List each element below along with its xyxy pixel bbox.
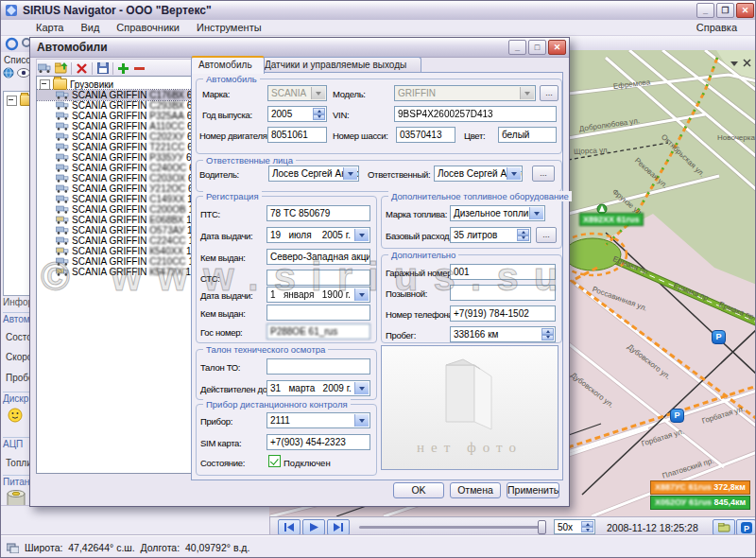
tree-item-label: SCANIA GRIFFIN С202ХУ 61rus bbox=[72, 131, 193, 142]
refresh-icon[interactable] bbox=[5, 37, 19, 51]
callsign-field[interactable] bbox=[450, 285, 556, 301]
tree-item-vehicle[interactable]: SCANIA GRIFFIN С176ВХ 61rus bbox=[37, 90, 192, 100]
dialog-maximize-button[interactable]: □ bbox=[528, 40, 546, 55]
menu-directories[interactable]: Справочники bbox=[108, 21, 188, 34]
persons-more-button[interactable]: ... bbox=[532, 166, 555, 182]
tree-item-vehicle[interactable]: SCANIA GRIFFIN Р325АА 61rus bbox=[37, 111, 192, 121]
tree-item-vehicle[interactable]: SCANIA GRIFFIN Р335УУ 61rus bbox=[37, 152, 192, 163]
tree-item-vehicle[interactable]: SCANIA GRIFFIN К547УХ 161rus bbox=[37, 267, 192, 277]
delete-icon[interactable] bbox=[74, 61, 90, 76]
engine-number-field[interactable]: 8051061 bbox=[267, 127, 327, 143]
inspection-ticket-field[interactable] bbox=[266, 358, 370, 375]
menu-tools[interactable]: Инструменты bbox=[188, 21, 270, 34]
sts-label: СТС: bbox=[200, 273, 220, 284]
fuel-brand-select[interactable]: Дизельное топливо bbox=[450, 205, 545, 221]
tree-item-label: SCANIA GRIFFIN О573АУ 161rus bbox=[72, 225, 193, 235]
tree-item-vehicle[interactable]: SCANIA GRIFFIN С149ХХ 161rus bbox=[37, 194, 192, 204]
play-button[interactable] bbox=[302, 519, 325, 535]
tree-item-vehicle[interactable]: SCANIA GRIFFIN С240ОС 61rus bbox=[37, 163, 192, 173]
remove-icon[interactable] bbox=[131, 61, 147, 76]
minimize-button[interactable]: _ bbox=[696, 3, 714, 18]
device-select[interactable]: 2111 bbox=[266, 412, 370, 428]
status-coordinates: Широта: 47,42644° с.ш. Долгота: 40,09792… bbox=[25, 542, 249, 553]
mileage-stepper[interactable]: 338166 км bbox=[450, 326, 556, 342]
map-collapse-icon[interactable] bbox=[730, 60, 739, 67]
eye-icon[interactable] bbox=[17, 68, 30, 78]
tree-item-vehicle[interactable]: SCANIA GRIFFIN Т221СС 61rus bbox=[37, 142, 192, 152]
pts-field[interactable]: 78 ТС 850679 bbox=[266, 205, 370, 221]
tree-item-vehicle[interactable]: SCANIA GRIFFIN У212ОС 61rus bbox=[37, 183, 192, 194]
vehicle-map-label[interactable]: Х892ХХ 61rus bbox=[579, 213, 644, 226]
plate-field[interactable]: Р288ОЕ 61_rus bbox=[266, 323, 370, 340]
speed-stepper[interactable]: 50x bbox=[554, 519, 595, 534]
globe-icon[interactable] bbox=[3, 67, 14, 78]
tree-root[interactable]: Грузовики bbox=[37, 78, 192, 90]
connected-checkbox[interactable] bbox=[268, 455, 281, 467]
tree-item-vehicle[interactable]: SCANIA GRIFFIN Е068ВХ 161rus bbox=[37, 215, 192, 225]
skip-forward-button[interactable] bbox=[327, 519, 350, 535]
valid-until-select[interactable]: 31 марта 2009 г. bbox=[266, 380, 370, 396]
issued-by2-field[interactable] bbox=[266, 305, 370, 321]
tree-item-vehicle[interactable]: SCANIA GRIFFIN А110СС 61rus bbox=[37, 121, 192, 131]
menu-map[interactable]: Карта bbox=[27, 21, 72, 34]
collapse-icon[interactable] bbox=[7, 96, 17, 106]
track-label-green[interactable]: Х052ОУ 61rus 845,4км bbox=[650, 496, 750, 510]
base-rate-stepper[interactable]: 35 литров bbox=[450, 227, 531, 243]
tree-item-vehicle[interactable]: SCANIA GRIFFIN С293ВХ 61rus bbox=[37, 100, 192, 111]
issue-date-select[interactable]: 19 июля 2005 г. bbox=[266, 227, 370, 243]
track-label-orange[interactable]: Х887УС 61rus 372,8км bbox=[650, 480, 750, 495]
tree-item-vehicle[interactable]: SCANIA GRIFFIN К540ХХ 161rus bbox=[37, 246, 192, 256]
tab-sensors[interactable]: Датчики и управляемые выходы bbox=[257, 57, 421, 73]
vin-field[interactable]: 9BSP4X2600257D413 bbox=[394, 106, 557, 122]
sts-field[interactable] bbox=[266, 270, 370, 286]
garage-number-field[interactable]: 001 bbox=[450, 264, 556, 280]
chassis-number-field[interactable]: 03570413 bbox=[396, 127, 455, 143]
dialog-close-button[interactable]: ✕ bbox=[548, 40, 566, 55]
folder-up-icon[interactable] bbox=[53, 61, 69, 76]
fuel-more-button[interactable]: ... bbox=[536, 227, 557, 243]
restore-button[interactable]: ❐ bbox=[716, 3, 734, 18]
dialog-minimize-button[interactable]: _ bbox=[508, 40, 526, 55]
ok-button[interactable]: OK bbox=[393, 482, 444, 498]
parking-icon[interactable]: P bbox=[712, 330, 726, 344]
tree-item-label: SCANIA GRIFFIN С176ВХ 61rus bbox=[72, 90, 193, 100]
tree-item-label: SCANIA GRIFFIN К547УХ 161rus bbox=[72, 267, 193, 277]
track-folder-button[interactable] bbox=[713, 519, 735, 535]
tree-item-vehicle[interactable]: SCANIA GRIFFIN С224СС 161rus bbox=[37, 235, 192, 246]
issued-by-field[interactable]: Северо-Западная акцизная т bbox=[266, 249, 370, 265]
timeline-slider[interactable] bbox=[359, 526, 546, 529]
tree-item-vehicle[interactable]: SCANIA GRIFFIN С202ХУ 61rus bbox=[37, 131, 192, 142]
close-button[interactable]: ✕ bbox=[736, 3, 754, 18]
issue-date-label: Дата выдачи: bbox=[200, 231, 252, 241]
menu-help[interactable]: Справка bbox=[688, 21, 746, 34]
brand-select[interactable]: SCANIA bbox=[267, 85, 327, 101]
color-field[interactable]: белый bbox=[498, 127, 557, 143]
tab-vehicle[interactable]: Автомобиль bbox=[191, 56, 265, 74]
model-select[interactable]: GRIFFIN bbox=[394, 85, 536, 101]
save-icon[interactable] bbox=[94, 61, 111, 76]
vehicle-list-icon[interactable] bbox=[37, 61, 53, 76]
parking-icon[interactable]: P bbox=[670, 409, 684, 423]
sim-field[interactable]: +7(903) 454-2323 bbox=[266, 434, 370, 450]
add-icon[interactable] bbox=[115, 61, 131, 76]
cancel-button[interactable]: Отмена bbox=[450, 482, 501, 498]
vehicle-tree[interactable]: Грузовики SCANIA GRIFFIN С176ВХ 61rus bbox=[36, 76, 193, 474]
map-close-icon[interactable] bbox=[743, 59, 751, 67]
menu-view[interactable]: Вид bbox=[72, 21, 108, 34]
timeline-slider-thumb[interactable] bbox=[538, 520, 546, 534]
model-more-button[interactable]: ... bbox=[540, 85, 558, 101]
skip-back-button[interactable] bbox=[278, 519, 301, 535]
issue-date2-select[interactable]: 1 января 1900 г. bbox=[266, 287, 370, 303]
collapse-icon[interactable] bbox=[40, 79, 50, 90]
year-stepper[interactable]: 2005 bbox=[267, 106, 327, 122]
vehicles-dialog: Автомобили _ □ ✕ bbox=[29, 37, 570, 507]
tree-item-vehicle[interactable]: SCANIA GRIFFIN О573АУ 161rus bbox=[37, 225, 192, 235]
tree-item-vehicle[interactable]: SCANIA GRIFFIN С200ОВ 161rus bbox=[37, 204, 192, 215]
tree-item-vehicle[interactable]: SCANIA GRIFFIN С210СС 161rus bbox=[37, 256, 192, 267]
tree-item-vehicle[interactable]: SCANIA GRIFFIN С203ОХ 61rus bbox=[37, 173, 192, 183]
phone-field[interactable]: +7(919) 784-1502 bbox=[450, 305, 556, 322]
apply-button[interactable]: Применить bbox=[507, 482, 559, 498]
parking-list-button[interactable]: P bbox=[736, 519, 756, 535]
driver-select[interactable]: Лосев Сергей Анатольевич bbox=[268, 166, 359, 182]
responsible-select[interactable]: Лосев Сергей Анатольевич bbox=[434, 166, 523, 182]
